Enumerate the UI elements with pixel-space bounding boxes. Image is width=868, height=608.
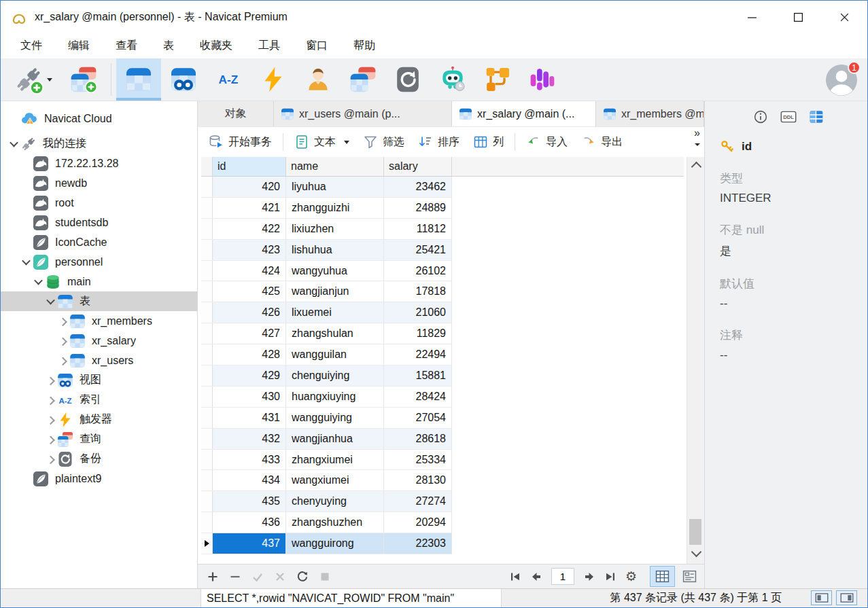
add-record-button[interactable] [207, 571, 219, 583]
sidebar-item-backups-folder[interactable]: 备份 [1, 449, 197, 469]
cell-name[interactable]: zhangguizhi [286, 198, 384, 218]
delete-record-button[interactable] [229, 571, 241, 583]
toolbar-backup-button[interactable] [385, 58, 430, 101]
sidebar-item-table-xr-users[interactable]: xr_users [1, 351, 197, 370]
chevron-down-icon[interactable] [44, 298, 56, 304]
cell-name[interactable]: wangyuhua [286, 261, 384, 281]
cell-id[interactable]: 423 [213, 240, 286, 260]
sort-button[interactable]: 排序 [411, 130, 466, 154]
form-view-button[interactable] [677, 566, 702, 587]
sidebar-item-conn-root[interactable]: root [1, 193, 197, 213]
page-input[interactable] [551, 568, 574, 585]
cell-salary[interactable]: 21060 [384, 302, 452, 323]
cell-id[interactable]: 427 [213, 323, 286, 344]
cell-id[interactable]: 429 [213, 365, 286, 386]
toolbar-trigger-button[interactable] [251, 58, 296, 101]
chevron-down-icon[interactable] [20, 259, 32, 265]
sidebar-item-views-folder[interactable]: 视图 [1, 370, 197, 390]
cell-name[interactable]: lishuhua [286, 240, 384, 260]
sidebar-item-triggers-folder[interactable]: 触发器 [1, 410, 197, 429]
close-button[interactable] [821, 1, 867, 33]
chevron-right-icon[interactable] [44, 397, 56, 403]
toggle-right-panel-button[interactable] [836, 590, 857, 605]
cell-id[interactable]: 436 [213, 512, 286, 533]
cell-id[interactable]: 435 [213, 491, 286, 512]
menu-favorites[interactable]: 收藏夹 [187, 35, 245, 57]
cell-salary[interactable]: 22494 [384, 344, 452, 365]
begin-transaction-button[interactable]: 开始事务 [202, 130, 279, 154]
cell-salary[interactable]: 24889 [384, 198, 452, 218]
text-view-button[interactable]: 文本 [288, 130, 356, 154]
menu-edit[interactable]: 编辑 [55, 35, 103, 57]
info-icon[interactable] [752, 109, 769, 124]
row-header[interactable] [201, 198, 213, 218]
cell-salary[interactable]: 26102 [384, 261, 452, 281]
sidebar-item-conn-studentsdb[interactable]: studentsdb [1, 213, 197, 232]
sidebar-item-db-main[interactable]: main [1, 272, 197, 291]
chevron-down-icon[interactable] [7, 141, 20, 147]
toolbar-user-button[interactable] [296, 58, 341, 101]
scrollbar-thumb[interactable] [689, 519, 701, 545]
toolbar-overflow[interactable]: » [694, 128, 700, 146]
chevron-right-icon[interactable] [44, 416, 56, 423]
toolbar-view-button[interactable] [161, 58, 206, 101]
menu-view[interactable]: 查看 [103, 35, 150, 57]
tab-xr-salary[interactable]: xr_salary @main (... [452, 101, 596, 126]
cell-salary[interactable]: 23462 [384, 177, 452, 197]
toggle-left-panel-button[interactable] [811, 590, 832, 605]
menu-help[interactable]: 帮助 [341, 35, 388, 57]
cell-salary[interactable]: 17818 [384, 281, 452, 302]
cell-id[interactable]: 421 [213, 198, 286, 218]
cell-name[interactable]: chenguiying [286, 365, 384, 386]
cell-name[interactable]: wangjianjun [286, 281, 384, 302]
row-header[interactable] [201, 408, 213, 428]
cell-salary[interactable]: 15881 [384, 365, 452, 386]
cell-name[interactable]: zhangshulan [286, 323, 384, 344]
last-page-button[interactable] [604, 571, 617, 583]
export-button[interactable]: 导出 [574, 130, 629, 154]
row-header[interactable] [201, 261, 213, 281]
ddl-icon[interactable]: DDL [780, 109, 797, 124]
toolbar-connection-button[interactable] [5, 58, 61, 101]
cell-id[interactable]: 422 [213, 219, 286, 239]
tab-objects[interactable]: 对象 [198, 101, 274, 126]
tab-xr-users[interactable]: xr_users @main (p... [274, 101, 452, 126]
cell-name[interactable]: zhangxiumei [286, 450, 384, 470]
cell-id[interactable]: 425 [213, 281, 286, 302]
first-page-button[interactable] [509, 571, 521, 583]
cell-id[interactable]: 420 [213, 177, 286, 197]
cell-salary[interactable]: 22303 [384, 533, 452, 554]
cell-name[interactable]: zhangshuzhen [286, 512, 384, 533]
cell-salary[interactable]: 28618 [384, 429, 452, 449]
row-header[interactable] [201, 512, 213, 533]
chevron-down-icon[interactable] [32, 279, 44, 285]
cell-id[interactable]: 430 [213, 387, 286, 407]
columns-button[interactable]: 列 [466, 130, 510, 154]
chevron-right-icon[interactable] [56, 318, 69, 324]
cell-name[interactable]: huangxiuying [286, 387, 384, 407]
column-header-salary[interactable]: salary [384, 157, 452, 176]
cell-id[interactable]: 424 [213, 261, 286, 281]
row-header[interactable] [201, 491, 213, 512]
cell-name[interactable]: wangguilan [286, 344, 384, 365]
cell-salary[interactable]: 28130 [384, 470, 452, 490]
row-header[interactable] [201, 387, 213, 407]
chevron-right-icon[interactable] [44, 456, 56, 462]
row-header[interactable] [201, 365, 213, 386]
cell-salary[interactable]: 11812 [384, 219, 452, 239]
column-header-name[interactable]: name [286, 157, 384, 176]
toolbar-query-button[interactable] [341, 58, 385, 101]
cell-salary[interactable]: 11829 [384, 323, 452, 344]
grid-view-button[interactable] [650, 566, 675, 587]
row-header[interactable] [201, 344, 213, 365]
cell-id[interactable]: 433 [213, 450, 286, 470]
row-header[interactable] [201, 302, 213, 323]
row-header[interactable] [201, 470, 213, 490]
menu-tools[interactable]: 工具 [245, 35, 293, 57]
apply-changes-button[interactable] [251, 571, 264, 583]
cell-id[interactable]: 432 [213, 429, 286, 449]
cell-id[interactable]: 426 [213, 302, 286, 323]
sidebar-item-conn-newdb[interactable]: newdb [1, 173, 197, 193]
sidebar-item-table-xr-salary[interactable]: xr_salary [1, 331, 197, 351]
sidebar-item-conn-iconcache[interactable]: IconCache [1, 232, 197, 252]
